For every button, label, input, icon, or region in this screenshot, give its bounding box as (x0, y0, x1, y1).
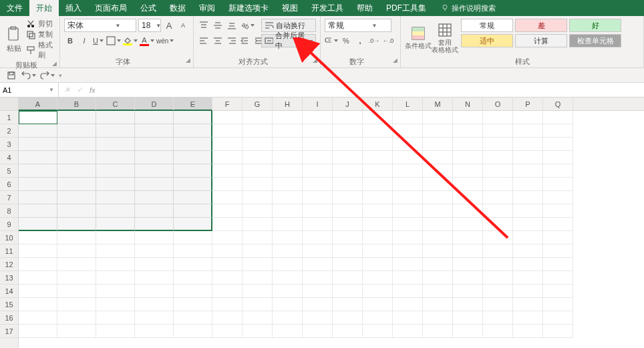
cell-N2[interactable] (453, 124, 483, 138)
cell-K12[interactable] (363, 258, 393, 271)
tell-me-search[interactable]: 操作说明搜索 (441, 3, 496, 13)
enter-formula-icon[interactable]: ✓ (77, 85, 83, 94)
cell-O8[interactable] (483, 204, 513, 218)
cell-P12[interactable] (513, 258, 543, 271)
number-format-combo[interactable]: 常规▼ (325, 19, 391, 32)
cell-N17[interactable] (453, 325, 483, 338)
cell-B11[interactable] (57, 244, 96, 258)
cell-A6[interactable] (19, 178, 57, 191)
cell-N14[interactable] (453, 285, 483, 298)
cell-J5[interactable] (333, 164, 363, 178)
cell-D3[interactable] (135, 138, 174, 151)
row-header-14[interactable]: 14 (0, 285, 18, 298)
cell-F8[interactable] (212, 204, 243, 218)
cell-N9[interactable] (453, 218, 483, 231)
cell-G5[interactable] (243, 164, 273, 178)
cell-C15[interactable] (96, 298, 135, 311)
cell-E7[interactable] (174, 191, 212, 204)
row-header-10[interactable]: 10 (0, 231, 18, 244)
cell-O3[interactable] (483, 138, 513, 151)
conditional-formatting-button[interactable]: 条件格式 (405, 19, 432, 57)
cell-E15[interactable] (174, 298, 212, 311)
cell-B9[interactable] (57, 218, 96, 231)
row-header-8[interactable]: 8 (0, 204, 18, 218)
cell-A2[interactable] (19, 124, 57, 138)
cell-E6[interactable] (174, 178, 212, 191)
cell-D12[interactable] (135, 258, 174, 271)
row-header-6[interactable]: 6 (0, 178, 18, 191)
cell-L13[interactable] (393, 271, 423, 285)
cell-D5[interactable] (135, 164, 174, 178)
cell-F7[interactable] (212, 191, 243, 204)
cell-N1[interactable] (453, 111, 483, 124)
menu-审阅[interactable]: 审阅 (192, 0, 222, 16)
paste-button[interactable]: 粘贴 (4, 19, 23, 60)
cell-J12[interactable] (333, 258, 363, 271)
cell-E1[interactable] (174, 111, 212, 124)
cell-Q1[interactable] (543, 111, 573, 124)
cell-Q5[interactable] (543, 164, 573, 178)
fill-color-button[interactable] (123, 34, 138, 47)
cancel-formula-icon[interactable]: ✕ (64, 85, 70, 94)
cell-B15[interactable] (57, 298, 96, 311)
cell-J16[interactable] (333, 311, 363, 325)
cell-Q7[interactable] (543, 191, 573, 204)
cell-E4[interactable] (174, 151, 212, 164)
cell-K14[interactable] (363, 285, 393, 298)
cell-L11[interactable] (393, 244, 423, 258)
cell-B4[interactable] (57, 151, 96, 164)
cell-B1[interactable] (57, 111, 96, 124)
cell-F10[interactable] (212, 231, 243, 244)
cell-D17[interactable] (135, 325, 174, 338)
cell-I2[interactable] (303, 124, 333, 138)
cell-D7[interactable] (135, 191, 174, 204)
cell-L7[interactable] (393, 191, 423, 204)
increase-font-button[interactable] (163, 19, 175, 32)
row-header-5[interactable]: 5 (0, 164, 18, 178)
menu-新建选项卡[interactable]: 新建选项卡 (222, 0, 275, 16)
cell-L17[interactable] (393, 325, 423, 338)
cell-F5[interactable] (212, 164, 243, 178)
cell-E12[interactable] (174, 258, 212, 271)
cell-A5[interactable] (19, 164, 57, 178)
cell-O6[interactable] (483, 178, 513, 191)
align-center-button[interactable] (212, 34, 224, 47)
cell-A9[interactable] (19, 218, 57, 231)
cell-E3[interactable] (174, 138, 212, 151)
cell-M6[interactable] (423, 178, 453, 191)
col-header-Q[interactable]: Q (543, 98, 573, 110)
cell-O10[interactable] (483, 231, 513, 244)
cell-G17[interactable] (243, 325, 273, 338)
cell-P5[interactable] (513, 164, 543, 178)
cell-J14[interactable] (333, 285, 363, 298)
menu-PDF工具集[interactable]: PDF工具集 (379, 0, 433, 16)
cell-J9[interactable] (333, 218, 363, 231)
cell-O13[interactable] (483, 271, 513, 285)
save-button[interactable] (5, 69, 17, 82)
cell-O2[interactable] (483, 124, 513, 138)
cell-A13[interactable] (19, 271, 57, 285)
style-normal[interactable]: 常规 (461, 19, 513, 32)
row-header-4[interactable]: 4 (0, 151, 18, 164)
cell-D8[interactable] (135, 204, 174, 218)
font-color-button[interactable]: A (140, 34, 154, 47)
col-header-N[interactable]: N (453, 98, 483, 110)
cell-P7[interactable] (513, 191, 543, 204)
cell-C14[interactable] (96, 285, 135, 298)
cell-P17[interactable] (513, 325, 543, 338)
cell-B10[interactable] (57, 231, 96, 244)
cell-N12[interactable] (453, 258, 483, 271)
cell-J6[interactable] (333, 178, 363, 191)
cell-Q4[interactable] (543, 151, 573, 164)
cell-P6[interactable] (513, 178, 543, 191)
cell-P1[interactable] (513, 111, 543, 124)
cell-O1[interactable] (483, 111, 513, 124)
row-header-12[interactable]: 12 (0, 258, 18, 271)
cell-E2[interactable] (174, 124, 212, 138)
cell-Q12[interactable] (543, 258, 573, 271)
style-neutral[interactable]: 适中 (461, 34, 513, 47)
cell-C9[interactable] (96, 218, 135, 231)
cell-K7[interactable] (363, 191, 393, 204)
style-check-cell[interactable]: 检查单元格 (569, 34, 621, 47)
cell-D13[interactable] (135, 271, 174, 285)
